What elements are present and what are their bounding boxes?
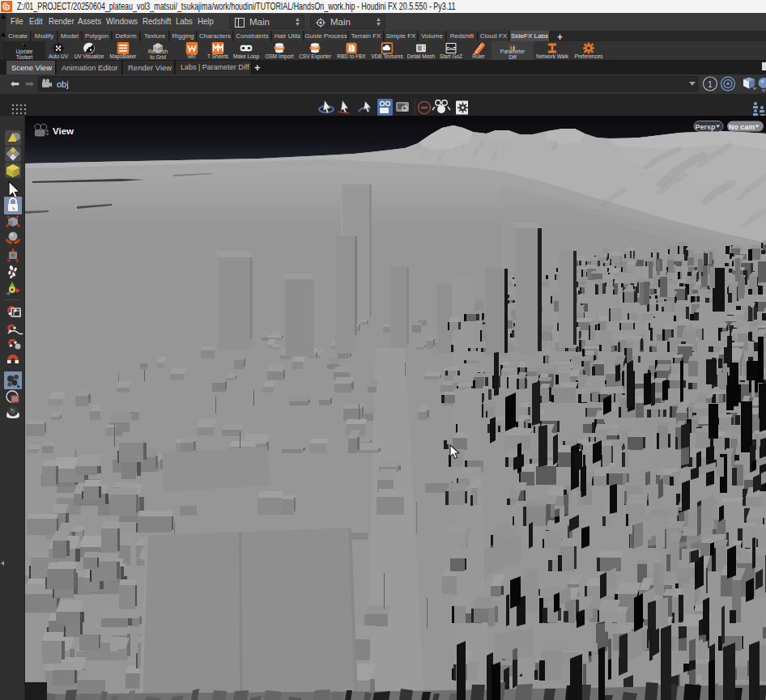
svg-text:GoZ: GoZ <box>446 46 456 51</box>
svg-text:1: 1 <box>708 79 713 89</box>
svg-text:CSV: CSV <box>312 46 318 49</box>
svg-text:Persp: Persp <box>695 123 716 131</box>
svg-text:View: View <box>53 126 74 136</box>
svg-text:No cam: No cam <box>729 123 755 131</box>
svg-text:OSM: OSM <box>276 46 283 49</box>
